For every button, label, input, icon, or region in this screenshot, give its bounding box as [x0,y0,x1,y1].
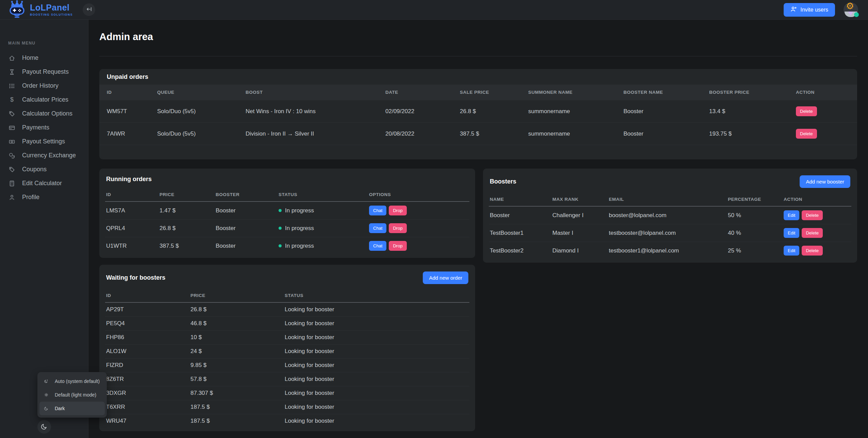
chat-button[interactable]: Chat [369,206,386,215]
invite-users-button[interactable]: Invite users [784,3,835,17]
order-options: ChatDrop [369,202,469,220]
delete-booster-button[interactable]: Delete [802,246,823,256]
home-icon [8,55,16,62]
dollar-icon: $ [8,96,16,103]
order-status: Looking for booster [285,372,469,386]
order-price: 9.85 $ [190,358,285,372]
sidebar-item-payments[interactable]: Payments [0,121,88,135]
collapse-sidebar-button[interactable] [83,3,95,16]
sidebar-item-label: Home [22,54,38,62]
theme-option-auto-system-default[interactable]: Auto (system default) [39,374,105,388]
unpaid-col-date: DATE [385,85,460,100]
chat-button[interactable]: Chat [369,241,386,251]
add-new-order-button[interactable]: Add new order [423,271,468,284]
sidebar-item-currency-exchange[interactable]: Currency Exchange [0,148,88,162]
sidebar-item-label: Profile [22,194,39,201]
booster-percentage: 25 % [728,242,784,260]
boosters-col-name: NAME [489,193,552,206]
order-id: FIZRD [105,358,190,372]
calculator-icon [8,180,16,187]
collapse-sidebar-icon [86,6,92,13]
unpaid-col-booster-price: BOOSTER PRICE [709,85,796,100]
running-orders-title: Running orders [106,176,152,183]
waiting-col-id: ID [105,289,190,302]
chat-button[interactable]: Chat [369,223,386,233]
theme-option-label: Auto (system default) [55,379,100,384]
edit-booster-button[interactable]: Edit [784,228,799,238]
sidebar-item-edit-calculator[interactable]: Edit Calculator [0,176,88,190]
order-booster-price: 13.4 $ [709,100,796,123]
waiting-order-row: PE5Q446.8 $Looking for booster [105,317,469,331]
running-orders-table: IDPRICEBOOSTERSTATUSOPTIONS LMS7A1.47 $B… [105,188,469,255]
add-new-booster-button[interactable]: Add new booster [800,175,850,188]
order-status: Looking for booster [285,317,469,331]
user-avatar[interactable]: ⚙ [844,2,858,17]
in-progress-dot [279,244,282,247]
sidebar-item-coupons[interactable]: Coupons [0,162,88,176]
booster-row: BoosterChallenger Ibooster@lolpanel.com5… [489,206,851,224]
in-progress-dot [279,227,282,230]
order-price: 26.8 $ [190,302,285,317]
order-status: Looking for booster [285,331,469,345]
booster-name: Booster [489,206,552,224]
drop-button[interactable]: Drop [389,241,406,251]
drop-button[interactable]: Drop [389,223,406,233]
booster-email: booster@lolpanel.com [609,206,728,224]
delete-booster-button[interactable]: Delete [802,228,823,238]
title-divider [99,56,857,56]
sidebar-item-label: Currency Exchange [22,152,76,159]
invite-users-label: Invite users [800,7,828,13]
edit-booster-button[interactable]: Edit [784,246,799,256]
waiting-order-row: T6XRR187.5 $Looking for booster [105,400,469,414]
delete-booster-button[interactable]: Delete [802,210,823,220]
brand-logo[interactable]: LoLPanel BOOSTING SOLUTIONS [0,0,88,20]
order-price: 187.5 $ [190,414,285,428]
sidebar-item-payout-requests[interactable]: Payout Requests [0,65,88,79]
order-boost: Net Wins - Iron IV : 10 wins [246,100,385,123]
moon-icon [44,406,49,411]
crown-gamepad-icon [7,0,27,20]
sidebar-item-home[interactable]: Home [0,51,88,65]
list-icon [8,83,16,89]
order-booster: Booster [216,237,279,255]
boosters-col-percentage: PERCENTAGE [728,193,784,206]
sidebar-item-calculator-prices[interactable]: $Calculator Prices [0,93,88,107]
waiting-orders-title: Waiting for boosters [106,274,165,281]
booster-action: EditDelete [784,242,851,260]
order-queue: Solo/Duo (5v5) [157,100,246,123]
order-id: U1WTR [105,237,160,255]
order-price: 187.5 $ [190,400,285,414]
delete-order-button[interactable]: Delete [796,106,817,116]
running-order-row: QPRL426.8 $BoosterIn progressChatDrop [105,220,469,237]
unpaid-col-booster-name: BOOSTER NAME [623,85,709,100]
unpaid-orders-card: Unpaid orders IDQUEUEBOOSTDATESALE PRICE… [99,69,857,159]
drop-button[interactable]: Drop [389,206,406,215]
booster-action: EditDelete [784,224,851,242]
theme-option-default-light-mode[interactable]: Default (light mode) [39,388,105,402]
boosters-table: NAMEMAX RANKEMAILPERCENTAGEACTION Booste… [489,193,851,259]
order-price: 24 $ [190,345,285,358]
brand-tagline: BOOSTING SOLUTIONS [30,13,73,16]
waiting-order-row: 3DXGR87.307 $Looking for booster [105,386,469,400]
waiting-order-row: FIZRD9.85 $Looking for booster [105,358,469,372]
order-booster: Booster [216,220,279,237]
sidebar-item-label: Payout Requests [22,68,69,75]
delete-order-button[interactable]: Delete [796,129,817,139]
theme-toggle-button[interactable] [37,420,51,434]
unpaid-col-summoner-name: SUMMONER NAME [528,85,623,100]
order-summoner-name: summonername [528,100,623,123]
edit-booster-button[interactable]: Edit [784,210,799,220]
sidebar-item-profile[interactable]: Profile [0,190,88,204]
sidebar-item-label: Calculator Prices [22,96,68,103]
order-status: Looking for booster [285,345,469,358]
order-id: ALO1W [105,345,190,358]
unpaid-col-sale-price: SALE PRICE [460,85,528,100]
sidebar-item-order-history[interactable]: Order History [0,79,88,93]
sidebar-item-payout-settings[interactable]: Payout Settings [0,135,88,148]
sidebar-item-calculator-options[interactable]: Calculator Options [0,107,88,121]
main-content: Admin area Unpaid orders IDQUEUEBOOSTDAT… [88,20,868,438]
booster-max-rank: Diamond I [552,242,609,260]
unpaid-col-queue: QUEUE [157,85,246,100]
theme-option-dark[interactable]: Dark [39,402,105,415]
waiting-col-status: STATUS [285,289,469,302]
